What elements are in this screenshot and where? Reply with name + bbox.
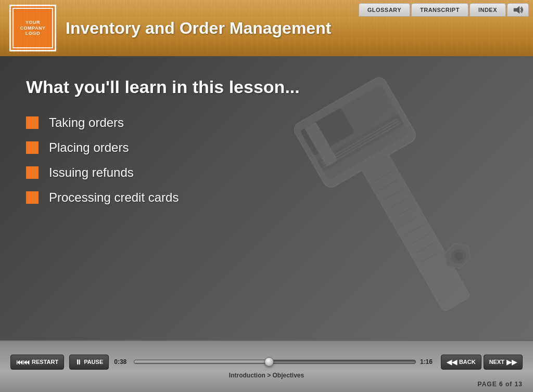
lesson-item-3: Issuing refunds [26, 165, 507, 180]
restart-button[interactable]: ⏮⏮ RESTART [10, 355, 64, 370]
progress-thumb [264, 357, 274, 367]
company-logo: YOUR COMPANY LOGO [9, 5, 56, 51]
restart-label: RESTART [32, 359, 58, 365]
pause-icon: ⏸ [75, 358, 82, 366]
transcript-button[interactable]: TRANSCRIPT [411, 3, 468, 17]
course-title: Inventory and Order Management [66, 19, 331, 38]
svg-marker-0 [514, 6, 519, 14]
main-content-area: What you'll learn in this lesson... Taki… [0, 56, 533, 340]
index-button[interactable]: INDEX [469, 3, 506, 17]
bullet-2 [26, 141, 39, 154]
progress-bar[interactable] [134, 360, 416, 364]
top-navigation: GLOSSARY TRANSCRIPT INDEX [359, 0, 533, 17]
back-button[interactable]: ◀◀ BACK [441, 355, 481, 370]
lesson-item-4: Processing credit cards [26, 190, 507, 205]
time-current: 0:38 [114, 358, 130, 365]
bullet-1 [26, 116, 39, 129]
pause-label: PAUSE [84, 359, 103, 365]
glossary-button[interactable]: GLOSSARY [359, 3, 410, 17]
page-info: PAGE 6 of 13 [478, 381, 523, 388]
navigation-buttons: ◀◀ BACK NEXT ▶▶ [441, 355, 523, 370]
next-label: NEXT [489, 359, 504, 365]
lesson-heading: What you'll learn in this lesson... [26, 77, 507, 97]
lesson-item-1: Taking orders [26, 115, 507, 130]
time-total: 1:16 [420, 358, 436, 365]
next-button[interactable]: NEXT ▶▶ [484, 355, 523, 370]
restart-icon: ⏮⏮ [16, 358, 30, 366]
breadcrumb: Introduction > Objectives [229, 372, 304, 379]
lesson-item-text-3: Issuing refunds [49, 165, 134, 180]
back-icon: ◀◀ [447, 358, 457, 366]
lesson-item-text-1: Taking orders [49, 115, 124, 130]
pause-button[interactable]: ⏸ PAUSE [69, 355, 109, 370]
back-label: BACK [459, 359, 476, 365]
progress-area: 0:38 1:16 [114, 358, 436, 365]
sound-button[interactable] [507, 3, 529, 17]
lesson-content: What you'll learn in this lesson... Taki… [0, 56, 533, 340]
sound-icon [513, 6, 523, 14]
lesson-item-text-2: Placing orders [49, 140, 129, 155]
progress-fill [134, 360, 269, 363]
lesson-item-text-4: Processing credit cards [49, 190, 179, 205]
bullet-3 [26, 166, 39, 179]
header: GLOSSARY TRANSCRIPT INDEX YOUR COMPANY L… [0, 0, 533, 56]
lesson-item-2: Placing orders [26, 140, 507, 155]
next-icon: ▶▶ [506, 358, 517, 366]
control-bar: ⏮⏮ RESTART ⏸ PAUSE 0:38 1:16 ◀◀ BACK NEX… [0, 340, 533, 392]
control-row: ⏮⏮ RESTART ⏸ PAUSE 0:38 1:16 ◀◀ BACK NEX… [0, 355, 533, 370]
logo-text: YOUR COMPANY LOGO [20, 20, 46, 36]
bullet-4 [26, 191, 39, 204]
